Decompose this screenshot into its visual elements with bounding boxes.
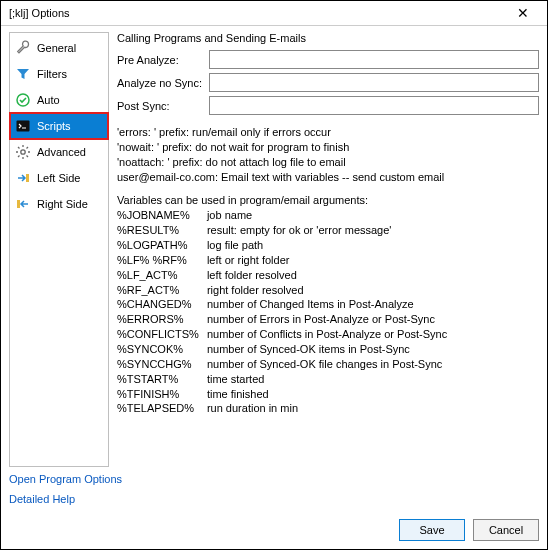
help-line: 'errors: ' prefix: run/email only if err… [117, 125, 539, 140]
footer: Save Cancel [9, 513, 539, 541]
sidebar-item-left-side[interactable]: Left Side [10, 165, 108, 191]
variable-row: %CONFLICTS%number of Conflicts in Post-A… [117, 327, 455, 342]
variable-desc: left folder resolved [207, 268, 455, 283]
variable-row: %LF_ACT%left folder resolved [117, 268, 455, 283]
variable-name: %RF_ACT% [117, 283, 207, 298]
sidebar-item-label: Right Side [37, 198, 88, 210]
variable-desc: log file path [207, 238, 455, 253]
variable-row: %SYNCCHG%number of Synced-OK file change… [117, 357, 455, 372]
post-sync-input[interactable] [209, 96, 539, 115]
variable-row: %ERRORS%number of Errors in Post-Analyze… [117, 312, 455, 327]
variable-name: %CHANGED% [117, 297, 207, 312]
svg-rect-11 [26, 174, 29, 182]
variable-row: %LOGPATH%log file path [117, 238, 455, 253]
help-line: user@email-co.com: Email text with varia… [117, 170, 539, 185]
sidebar: General Filters Auto [9, 32, 109, 467]
variable-desc: number of Synced-OK items in Post-Sync [207, 342, 455, 357]
variable-desc: number of Changed Items in Post-Analyze [207, 297, 455, 312]
variable-row: %CHANGED%number of Changed Items in Post… [117, 297, 455, 312]
variable-name: %LOGPATH% [117, 238, 207, 253]
sidebar-item-right-side[interactable]: Right Side [10, 191, 108, 217]
open-program-options-link[interactable]: Open Program Options [9, 473, 122, 485]
svg-line-10 [27, 147, 29, 149]
cancel-button[interactable]: Cancel [473, 519, 539, 541]
variable-row: %RESULT%result: empty for ok or 'error m… [117, 223, 455, 238]
variable-name: %TFINISH% [117, 387, 207, 402]
sidebar-item-label: Auto [37, 94, 60, 106]
post-sync-label: Post Sync: [117, 100, 209, 112]
sidebar-item-label: Left Side [37, 172, 80, 184]
variable-name: %RESULT% [117, 223, 207, 238]
sidebar-item-filters[interactable]: Filters [10, 61, 108, 87]
variable-row: %SYNCOK%number of Synced-OK items in Pos… [117, 342, 455, 357]
svg-rect-1 [17, 121, 30, 132]
help-line: 'nowait: ' prefix: do not wait for progr… [117, 140, 539, 155]
sidebar-item-general[interactable]: General [10, 35, 108, 61]
check-circle-icon [15, 92, 31, 108]
svg-line-7 [18, 147, 20, 149]
variable-name: %SYNCCHG% [117, 357, 207, 372]
variable-desc: left or right folder [207, 253, 455, 268]
variable-name: %LF% %RF% [117, 253, 207, 268]
content-panel: Calling Programs and Sending E-mails Pre… [117, 32, 539, 467]
variable-row: %JOBNAME%job name [117, 208, 455, 223]
sidebar-item-auto[interactable]: Auto [10, 87, 108, 113]
wrench-icon [15, 40, 31, 56]
pre-analyze-input[interactable] [209, 50, 539, 69]
variable-row: %LF% %RF%left or right folder [117, 253, 455, 268]
close-button[interactable]: ✕ [505, 3, 541, 23]
sidebar-item-advanced[interactable]: Advanced [10, 139, 108, 165]
analyze-no-sync-label: Analyze no Sync: [117, 77, 209, 89]
variable-name: %SYNCOK% [117, 342, 207, 357]
variable-desc: right folder resolved [207, 283, 455, 298]
variable-name: %ERRORS% [117, 312, 207, 327]
variable-row: %RF_ACT%right folder resolved [117, 283, 455, 298]
links-area: Open Program Options Detailed Help [9, 473, 539, 513]
variables-table: %JOBNAME%job name%RESULT%result: empty f… [117, 208, 455, 416]
variable-name: %CONFLICTS% [117, 327, 207, 342]
svg-point-2 [21, 150, 25, 154]
window-title: [;klj] Options [9, 7, 70, 19]
save-button[interactable]: Save [399, 519, 465, 541]
arrow-right-folder-icon [15, 170, 31, 186]
variable-name: %JOBNAME% [117, 208, 207, 223]
variable-desc: job name [207, 208, 455, 223]
svg-line-9 [18, 156, 20, 158]
variable-desc: number of Conflicts in Post-Analyze or P… [207, 327, 455, 342]
sidebar-item-scripts[interactable]: Scripts [10, 113, 108, 139]
svg-rect-12 [17, 200, 20, 208]
funnel-icon [15, 66, 31, 82]
gear-icon [15, 144, 31, 160]
sidebar-item-label: Scripts [37, 120, 71, 132]
section-title: Calling Programs and Sending E-mails [117, 32, 539, 44]
sidebar-item-label: General [37, 42, 76, 54]
variables-title: Variables can be used in program/email a… [117, 194, 539, 206]
variable-desc: run duration in min [207, 401, 455, 416]
variable-name: %TSTART% [117, 372, 207, 387]
titlebar: [;klj] Options ✕ [1, 1, 547, 26]
variable-name: %LF_ACT% [117, 268, 207, 283]
variable-row: %TSTART%time started [117, 372, 455, 387]
svg-line-8 [27, 156, 29, 158]
variable-row: %TFINISH%time finished [117, 387, 455, 402]
variable-name: %TELAPSED% [117, 401, 207, 416]
folder-arrow-left-icon [15, 196, 31, 212]
help-line: 'noattach: ' prefix: do not attach log f… [117, 155, 539, 170]
detailed-help-link[interactable]: Detailed Help [9, 493, 75, 505]
analyze-no-sync-input[interactable] [209, 73, 539, 92]
terminal-icon [15, 118, 31, 134]
sidebar-item-label: Filters [37, 68, 67, 80]
sidebar-item-label: Advanced [37, 146, 86, 158]
variable-desc: time finished [207, 387, 455, 402]
variable-row: %TELAPSED%run duration in min [117, 401, 455, 416]
variable-desc: number of Errors in Post-Analyze or Post… [207, 312, 455, 327]
variable-desc: number of Synced-OK file changes in Post… [207, 357, 455, 372]
variable-desc: result: empty for ok or 'error message' [207, 223, 455, 238]
options-window: [;klj] Options ✕ General Filters [0, 0, 548, 550]
help-text: 'errors: ' prefix: run/email only if err… [117, 125, 539, 184]
variable-desc: time started [207, 372, 455, 387]
pre-analyze-label: Pre Analyze: [117, 54, 209, 66]
